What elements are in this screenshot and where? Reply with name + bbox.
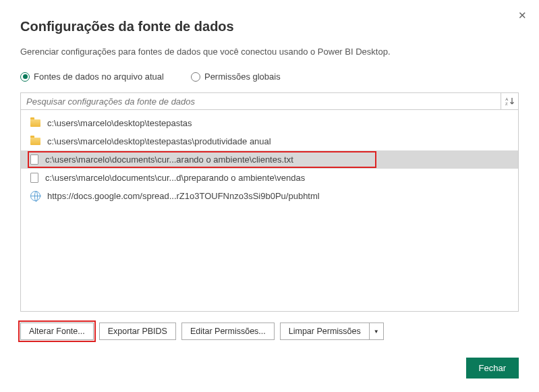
radio-global-permissions[interactable]: Permissões globais (191, 72, 281, 82)
doc-icon (30, 155, 38, 165)
data-source-path: c:\users\marcelo\desktop\testepastas\pro… (47, 136, 271, 146)
radio-label: Fontes de dados no arquivo atual (34, 72, 164, 82)
data-source-item[interactable]: c:\users\marcelo\documents\cur...d\prepa… (21, 169, 518, 187)
close-button[interactable]: Fechar (466, 358, 519, 379)
radio-label: Permissões globais (204, 72, 281, 82)
sort-az-icon: A Z (505, 96, 515, 106)
change-source-button[interactable]: Alterar Fonte... (20, 323, 94, 340)
data-source-path: https://docs.google.com/spread...rZ1o3TO… (47, 191, 320, 201)
data-source-list: c:\users\marcelo\desktop\testepastasc:\u… (20, 110, 519, 312)
edit-permissions-button[interactable]: Editar Permissões... (181, 323, 275, 340)
radio-dot-icon (20, 72, 30, 82)
data-source-path: c:\users\marcelo\documents\cur...arando … (45, 155, 293, 165)
data-source-item[interactable]: c:\users\marcelo\desktop\testepastas (21, 114, 518, 132)
clear-permissions-dropdown[interactable]: ▼ (370, 323, 384, 340)
dialog-title: Configurações da fonte de dados (20, 19, 519, 34)
svg-text:Z: Z (505, 102, 508, 106)
folder-icon (30, 138, 40, 145)
search-input[interactable] (21, 93, 501, 109)
scope-radio-group: Fontes de dados no arquivo atual Permiss… (20, 72, 519, 82)
radio-dot-icon (191, 72, 200, 82)
doc-icon (30, 173, 38, 183)
close-icon[interactable]: ✕ (515, 7, 530, 24)
data-source-item[interactable]: https://docs.google.com/spread...rZ1o3TO… (21, 187, 518, 205)
sort-button[interactable]: A Z (501, 93, 518, 109)
data-source-path: c:\users\marcelo\desktop\testepastas (47, 118, 192, 128)
dialog-subtitle: Gerenciar configurações para fontes de d… (20, 47, 519, 57)
data-source-path: c:\users\marcelo\documents\cur...d\prepa… (45, 173, 305, 183)
svg-text:A: A (505, 97, 509, 101)
data-source-item[interactable]: c:\users\marcelo\documents\cur...arando … (21, 150, 518, 169)
data-source-item[interactable]: c:\users\marcelo\desktop\testepastas\pro… (21, 132, 518, 150)
radio-current-file[interactable]: Fontes de dados no arquivo atual (20, 72, 164, 82)
clear-permissions-button[interactable]: Limpar Permissões (280, 323, 370, 340)
folder-icon (30, 119, 40, 127)
export-pbids-button[interactable]: Exportar PBIDS (99, 323, 176, 340)
globe-icon (30, 191, 40, 201)
